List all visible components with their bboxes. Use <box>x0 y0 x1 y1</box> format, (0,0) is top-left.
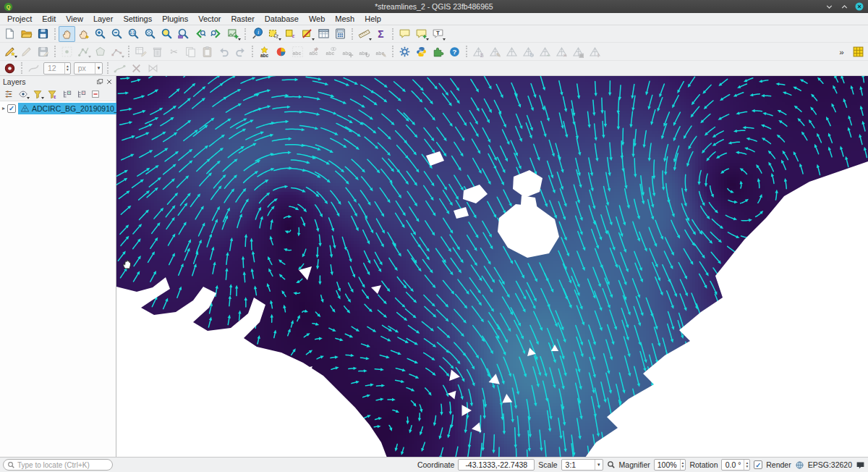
cut-features-button[interactable]: ✂ <box>166 43 182 59</box>
digitize-curve-button[interactable] <box>111 62 128 75</box>
crs-status[interactable]: EPSG:32620 <box>808 460 852 469</box>
mesh-remove-button[interactable]: × <box>553 43 570 59</box>
layer-diagram-button[interactable] <box>273 43 289 59</box>
close-button[interactable] <box>854 1 864 12</box>
select-features-button[interactable] <box>265 26 282 42</box>
open-layer-styling-button[interactable] <box>1 88 15 101</box>
menu-web[interactable]: Web <box>304 14 330 24</box>
new-map-view-button[interactable] <box>225 26 242 42</box>
rotation-spin-arrows[interactable] <box>744 460 749 470</box>
field-calculator-button[interactable] <box>332 26 349 42</box>
mesh-reindex-button[interactable]: ✎ <box>487 43 503 59</box>
save-layer-edits-button[interactable] <box>35 43 51 59</box>
digitize-bowtie-button[interactable] <box>145 62 161 75</box>
text-annotation-button[interactable]: T <box>430 26 446 42</box>
delete-selected-button[interactable] <box>149 43 166 59</box>
vertex-tool-button[interactable] <box>109 43 125 59</box>
menu-view[interactable]: View <box>61 14 88 24</box>
mesh-transform-button[interactable]: ↻ <box>520 43 537 59</box>
redo-button[interactable] <box>232 43 249 59</box>
undo-button[interactable] <box>216 43 232 59</box>
new-project-button[interactable] <box>1 26 18 42</box>
measure-line-button[interactable] <box>356 26 373 42</box>
coordinate-box[interactable]: -43.1333,-22.7438 <box>458 459 535 471</box>
processing-toolbox-button[interactable] <box>396 43 413 59</box>
mesh-edit-button[interactable] <box>503 43 520 59</box>
digitize-line-button[interactable] <box>75 43 92 59</box>
filter-by-expression-button[interactable]: ε <box>45 88 59 101</box>
save-project-button[interactable] <box>35 26 51 42</box>
expand-all-button[interactable] <box>59 88 73 101</box>
open-attribute-table-button[interactable] <box>315 26 332 42</box>
scale-combo[interactable]: 3:1 <box>561 459 603 471</box>
remove-layer-button[interactable] <box>88 88 102 101</box>
highlight-labels-button[interactable]: abc <box>289 43 306 59</box>
zoom-to-selection-button[interactable] <box>158 26 175 42</box>
menu-settings[interactable]: Settings <box>118 14 157 24</box>
zoom-full-button[interactable] <box>142 26 158 42</box>
zoom-in-button[interactable] <box>92 26 109 42</box>
current-edits-button[interactable] <box>1 43 18 59</box>
digitize-polygon-button[interactable] <box>92 43 109 59</box>
scale-dropdown-icon[interactable] <box>595 460 603 470</box>
magnifier-spin-arrows[interactable] <box>680 460 686 470</box>
copy-features-button[interactable] <box>182 43 199 59</box>
layer-item[interactable]: ADCIRC_BG_20190910_1t <box>0 102 116 114</box>
paste-features-button[interactable] <box>199 43 216 59</box>
digitize-point-button[interactable] <box>59 43 75 59</box>
font-size-spinbox[interactable]: 12 <box>43 62 71 75</box>
modify-attributes-button[interactable] <box>132 43 149 59</box>
undock-panel-icon[interactable] <box>96 78 103 85</box>
mesh-add-vertex-button[interactable]: + <box>537 43 553 59</box>
font-unit-combobox[interactable]: px <box>74 62 103 75</box>
new-annotation-button[interactable] <box>413 26 430 42</box>
mesh-calculator-button[interactable]: Σ <box>470 43 487 59</box>
rotate-label-button[interactable]: abc↻ <box>356 43 373 59</box>
menu-vector[interactable]: Vector <box>193 14 226 24</box>
render-checkbox[interactable] <box>754 460 762 469</box>
python-console-button[interactable] <box>413 43 430 59</box>
zoom-out-button[interactable] <box>109 26 125 42</box>
zoom-to-layer-button[interactable] <box>175 26 192 42</box>
toolbar-extension-button[interactable]: » <box>833 43 850 59</box>
zoom-last-button[interactable] <box>192 26 208 42</box>
zoom-next-button[interactable] <box>208 26 225 42</box>
map-tips-button[interactable] <box>396 26 413 42</box>
filter-legend-button[interactable] <box>30 88 44 101</box>
open-project-button[interactable] <box>18 26 35 42</box>
mesh-select-button[interactable]: ▣ <box>570 43 587 59</box>
map-canvas[interactable] <box>116 76 868 457</box>
font-unit-dropdown-icon[interactable] <box>95 63 103 74</box>
metasearch-button[interactable] <box>1 62 18 75</box>
menu-plugins[interactable]: Plugins <box>157 14 193 24</box>
layer-visibility-checkbox[interactable] <box>7 104 16 113</box>
pan-to-selection-button[interactable] <box>75 26 92 42</box>
close-panel-icon[interactable] <box>106 78 113 85</box>
plugin-manager-button[interactable] <box>430 43 446 59</box>
menu-help[interactable]: Help <box>359 14 386 24</box>
menu-project[interactable]: Project <box>2 14 37 24</box>
menu-layer[interactable]: Layer <box>88 14 119 24</box>
label-preview-button[interactable] <box>25 62 42 75</box>
font-size-spin-arrows[interactable] <box>64 63 70 74</box>
show-hide-labels-button[interactable]: abc <box>323 43 339 59</box>
minimize-button[interactable] <box>824 1 834 12</box>
menu-mesh[interactable]: Mesh <box>330 14 359 24</box>
deselect-features-button[interactable] <box>299 26 315 42</box>
locate-search[interactable] <box>3 459 113 471</box>
select-by-expression-button[interactable]: ε <box>282 26 299 42</box>
messages-icon[interactable] <box>856 460 865 470</box>
menu-raster[interactable]: Raster <box>226 14 259 24</box>
expand-arrow-icon[interactable] <box>2 102 5 114</box>
manage-map-themes-button[interactable] <box>16 88 30 101</box>
layer-labeling-button[interactable]: abc <box>256 43 273 59</box>
pan-map-button[interactable] <box>59 26 75 42</box>
menu-edit[interactable]: Edit <box>37 14 61 24</box>
zoom-native-button[interactable]: 1:1 <box>125 26 142 42</box>
statistical-summary-button[interactable]: Σ <box>373 26 389 42</box>
rotation-spinbox[interactable]: 0.0 ° <box>721 459 750 471</box>
locate-input[interactable] <box>17 461 109 469</box>
identify-features-button[interactable]: i <box>249 26 265 42</box>
digitize-remove-button[interactable] <box>128 62 145 75</box>
mesh-digitizing-toggle-button[interactable] <box>850 43 867 59</box>
